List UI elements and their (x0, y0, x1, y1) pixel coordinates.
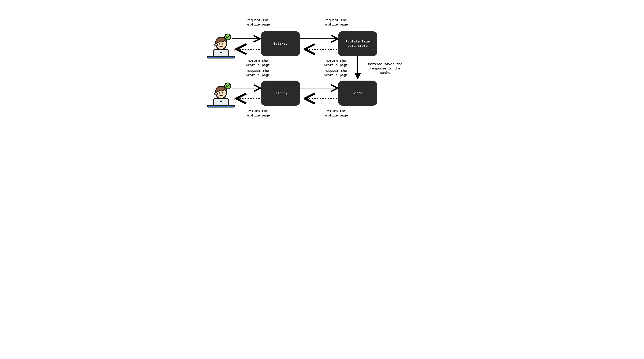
label-request-1a: Request the profile page (246, 18, 270, 27)
label-return-1a: Return the profile page (246, 59, 270, 68)
node-label: Gateway (273, 91, 288, 95)
node-label: Cache (352, 91, 362, 95)
label-return-2a: Return the profile page (246, 109, 270, 118)
svg-point-10 (215, 92, 217, 95)
svg-rect-13 (214, 99, 228, 106)
label-return-1b: Return the profile page (324, 59, 348, 68)
label-return-2b: Return the profile page (324, 109, 348, 118)
user-icon-1: ✦ ✦ ✚ ✦ (206, 30, 236, 59)
node-label: Gateway (273, 42, 288, 46)
label-request-1b: Request the profile page (324, 18, 348, 27)
svg-point-4 (222, 44, 224, 45)
node-gateway-1: Gateway (261, 31, 300, 56)
person-at-laptop-icon (206, 79, 236, 108)
svg-point-2 (215, 43, 217, 46)
svg-point-12 (222, 93, 224, 94)
label-request-2b: Request the profile page (324, 69, 348, 78)
node-profile-page-data-store: Profile Page Data Store (338, 31, 377, 56)
node-label: Profile Page Data Store (346, 40, 370, 48)
svg-point-3 (219, 44, 220, 45)
arrows-layer (194, 0, 450, 134)
label-request-2a: Request the profile page (246, 69, 270, 78)
node-gateway-2: Gateway (261, 81, 300, 106)
user-icon-2: ✦ ✦ ✚ ✦ (206, 79, 236, 108)
person-at-laptop-icon (206, 30, 236, 59)
svg-rect-5 (214, 50, 228, 57)
svg-rect-14 (220, 101, 222, 102)
label-service-saves-cache: Service saves the response to the cache (368, 62, 402, 75)
diagram-canvas: Gateway Profile Page Data Store Gateway … (194, 0, 450, 134)
svg-point-11 (219, 93, 220, 94)
node-cache: Cache (338, 81, 377, 106)
svg-rect-6 (220, 52, 222, 53)
